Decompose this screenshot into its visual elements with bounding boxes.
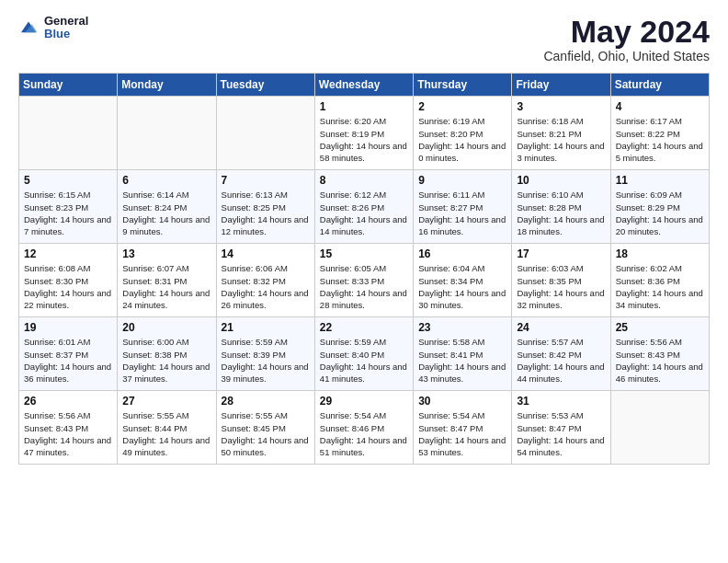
sunrise-text: Sunrise: 6:05 AM [320,262,408,274]
calendar-cell [118,97,216,170]
cell-date: 31 [517,395,605,408]
sunset-text: Sunset: 8:42 PM [517,349,605,361]
calendar-cell [216,97,314,170]
cell-date: 19 [24,321,112,334]
calendar-cell: 6Sunrise: 6:14 AMSunset: 8:24 PMDaylight… [118,170,216,244]
calendar-cell: 2Sunrise: 6:19 AMSunset: 8:20 PMDaylight… [414,97,512,170]
cell-info: Sunrise: 5:54 AMSunset: 8:47 PMDaylight:… [418,409,506,458]
cell-info: Sunrise: 6:00 AMSunset: 8:38 PMDaylight:… [122,336,210,385]
sunset-text: Sunset: 8:35 PM [517,275,605,287]
calendar-cell: 10Sunrise: 6:10 AMSunset: 8:28 PMDayligh… [512,170,610,244]
calendar-cell: 7Sunrise: 6:13 AMSunset: 8:25 PMDaylight… [216,170,314,244]
daylight-text: Daylight: 14 hours and 14 minutes. [320,213,408,238]
daylight-text: Daylight: 14 hours and 41 minutes. [320,361,408,385]
cell-date: 4 [616,100,704,113]
cell-date: 3 [517,100,605,113]
sunrise-text: Sunrise: 6:18 AM [517,115,605,127]
sunrise-text: Sunrise: 6:12 AM [320,189,408,201]
cell-date: 21 [222,321,310,334]
sunrise-text: Sunrise: 5:53 AM [517,409,605,421]
sunrise-text: Sunrise: 6:19 AM [418,115,506,127]
calendar-cell: 21Sunrise: 5:59 AMSunset: 8:39 PMDayligh… [216,317,314,391]
calendar-cell: 27Sunrise: 5:55 AMSunset: 8:44 PMDayligh… [118,391,216,465]
cell-info: Sunrise: 6:05 AMSunset: 8:33 PMDaylight:… [320,262,408,311]
sunrise-text: Sunrise: 6:13 AM [222,189,310,201]
month-year: May 2024 [543,15,710,49]
cell-info: Sunrise: 5:55 AMSunset: 8:44 PMDaylight:… [122,409,210,458]
sunset-text: Sunset: 8:46 PM [320,422,408,434]
cell-date: 14 [222,247,310,260]
cell-info: Sunrise: 6:20 AMSunset: 8:19 PMDaylight:… [320,115,408,164]
sunset-text: Sunset: 8:47 PM [517,422,605,434]
sunrise-text: Sunrise: 5:58 AM [418,336,506,348]
calendar-cell: 4Sunrise: 6:17 AMSunset: 8:22 PMDaylight… [610,97,709,170]
sunset-text: Sunset: 8:31 PM [122,275,210,287]
cell-info: Sunrise: 6:08 AMSunset: 8:30 PMDaylight:… [24,262,112,311]
day-header-friday: Friday [512,74,610,97]
cell-date: 24 [517,321,605,334]
cell-date: 20 [122,321,210,334]
daylight-text: Daylight: 14 hours and 18 minutes. [517,213,605,238]
calendar-cell: 23Sunrise: 5:58 AMSunset: 8:41 PMDayligh… [414,317,512,391]
calendar-cell: 3Sunrise: 6:18 AMSunset: 8:21 PMDaylight… [512,97,610,170]
sunset-text: Sunset: 8:26 PM [320,201,408,213]
cell-info: Sunrise: 6:15 AMSunset: 8:23 PMDaylight:… [24,189,112,237]
cell-info: Sunrise: 6:01 AMSunset: 8:37 PMDaylight:… [24,336,112,385]
sunrise-text: Sunrise: 6:01 AM [24,336,112,348]
calendar-cell: 29Sunrise: 5:54 AMSunset: 8:46 PMDayligh… [314,391,413,465]
cell-date: 29 [320,395,408,408]
calendar-cell: 25Sunrise: 5:56 AMSunset: 8:43 PMDayligh… [610,317,709,391]
cell-info: Sunrise: 5:58 AMSunset: 8:41 PMDaylight:… [418,336,506,385]
sunrise-text: Sunrise: 6:02 AM [616,262,704,274]
cell-date: 5 [24,174,112,187]
sunrise-text: Sunrise: 6:08 AM [24,262,112,274]
days-header-row: SundayMondayTuesdayWednesdayThursdayFrid… [19,74,710,97]
cell-info: Sunrise: 5:53 AMSunset: 8:47 PMDaylight:… [517,409,605,458]
cell-date: 8 [320,174,408,187]
week-row-4: 19Sunrise: 6:01 AMSunset: 8:37 PMDayligh… [19,317,710,391]
daylight-text: Daylight: 14 hours and 44 minutes. [517,361,605,385]
logo-icon [18,17,39,38]
sunrise-text: Sunrise: 5:55 AM [122,409,210,421]
calendar-cell: 17Sunrise: 6:03 AMSunset: 8:35 PMDayligh… [512,244,610,317]
sunrise-text: Sunrise: 6:09 AM [616,189,704,201]
daylight-text: Daylight: 14 hours and 36 minutes. [24,361,112,385]
day-header-thursday: Thursday [414,74,512,97]
cell-info: Sunrise: 6:19 AMSunset: 8:20 PMDaylight:… [418,115,506,164]
sunrise-text: Sunrise: 5:59 AM [222,336,310,348]
calendar-cell: 28Sunrise: 5:55 AMSunset: 8:45 PMDayligh… [216,391,314,465]
day-header-monday: Monday [118,74,216,97]
calendar-cell: 18Sunrise: 6:02 AMSunset: 8:36 PMDayligh… [610,244,709,317]
sunrise-text: Sunrise: 5:54 AM [320,409,408,421]
cell-date: 11 [616,174,704,187]
sunset-text: Sunset: 8:32 PM [222,275,310,287]
cell-date: 6 [122,174,210,187]
cell-date: 13 [122,247,210,260]
calendar-cell: 5Sunrise: 6:15 AMSunset: 8:23 PMDaylight… [19,170,118,244]
daylight-text: Daylight: 14 hours and 50 minutes. [222,434,310,459]
calendar-cell: 9Sunrise: 6:11 AMSunset: 8:27 PMDaylight… [414,170,512,244]
sunrise-text: Sunrise: 6:00 AM [122,336,210,348]
cell-date: 28 [222,395,310,408]
calendar-cell: 14Sunrise: 6:06 AMSunset: 8:32 PMDayligh… [216,244,314,317]
calendar-cell: 12Sunrise: 6:08 AMSunset: 8:30 PMDayligh… [19,244,118,317]
daylight-text: Daylight: 14 hours and 58 minutes. [320,140,408,165]
cell-info: Sunrise: 5:57 AMSunset: 8:42 PMDaylight:… [517,336,605,385]
calendar-cell: 13Sunrise: 6:07 AMSunset: 8:31 PMDayligh… [118,244,216,317]
sunset-text: Sunset: 8:37 PM [24,349,112,361]
cell-date: 16 [418,247,506,260]
sunset-text: Sunset: 8:45 PM [222,422,310,434]
sunrise-text: Sunrise: 5:59 AM [320,336,408,348]
daylight-text: Daylight: 14 hours and 43 minutes. [418,361,506,385]
cell-date: 2 [418,100,506,113]
cell-date: 22 [320,321,408,334]
calendar-cell: 20Sunrise: 6:00 AMSunset: 8:38 PMDayligh… [118,317,216,391]
sunset-text: Sunset: 8:39 PM [222,349,310,361]
calendar-cell: 19Sunrise: 6:01 AMSunset: 8:37 PMDayligh… [19,317,118,391]
daylight-text: Daylight: 14 hours and 24 minutes. [122,287,210,312]
cell-info: Sunrise: 6:18 AMSunset: 8:21 PMDaylight:… [517,115,605,164]
sunset-text: Sunset: 8:40 PM [320,349,408,361]
cell-date: 18 [616,247,704,260]
cell-info: Sunrise: 6:02 AMSunset: 8:36 PMDaylight:… [616,262,704,311]
cell-info: Sunrise: 6:14 AMSunset: 8:24 PMDaylight:… [122,189,210,237]
